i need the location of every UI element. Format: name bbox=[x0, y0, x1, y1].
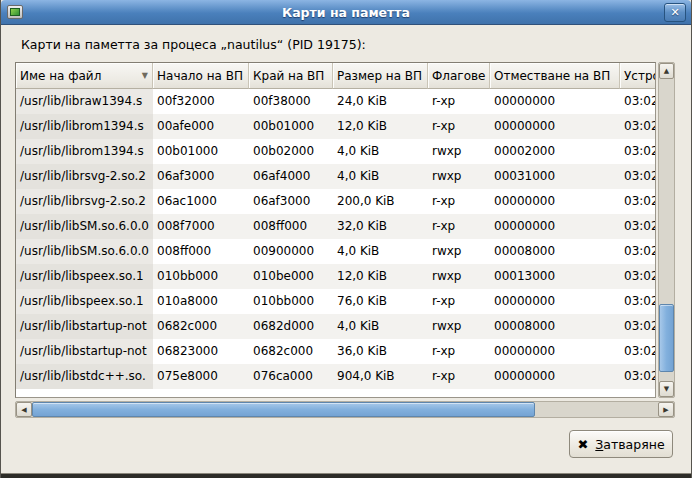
column-header-vm_start[interactable]: Начало на ВП bbox=[153, 63, 249, 89]
scroll-right-button[interactable]: ▶ bbox=[658, 402, 674, 417]
table-cell-device: 03:02 bbox=[620, 314, 655, 339]
table-cell-flags: r-xp bbox=[428, 89, 490, 114]
column-header-device[interactable]: Устройство bbox=[620, 63, 655, 89]
table-row[interactable]: /usr/lib/librom1394.s00b0100000b020004,0… bbox=[16, 139, 655, 164]
table-cell-filename: /usr/lib/libraw1394.s bbox=[16, 89, 153, 114]
table-header: Име на файл▼Начало на ВПКрай на ВПРазмер… bbox=[16, 63, 655, 89]
table-cell-flags: r-xp bbox=[428, 364, 490, 389]
table-cell-vm_end: 0682c000 bbox=[249, 339, 333, 364]
table-cell-vm_size: 904,0 KiB bbox=[333, 364, 428, 389]
table-cell-flags: r-xp bbox=[428, 189, 490, 214]
table-row[interactable]: /usr/lib/libSM.so.6.0.0008f7000008ff0003… bbox=[16, 214, 655, 239]
table-cell-vm_offset: 00000000 bbox=[490, 364, 620, 389]
table-row[interactable]: /usr/lib/libSM.so.6.0.0008ff000009000004… bbox=[16, 239, 655, 264]
table-cell-vm_size: 4,0 KiB bbox=[333, 139, 428, 164]
column-header-label: Отместване на ВП bbox=[494, 69, 610, 83]
table-cell-device: 03:02 bbox=[620, 264, 655, 289]
table-cell-vm_end: 06af4000 bbox=[249, 164, 333, 189]
scroll-down-button[interactable]: ▼ bbox=[659, 381, 674, 397]
table-cell-device: 03:02 bbox=[620, 339, 655, 364]
table-cell-filename: /usr/lib/libstartup-not bbox=[16, 314, 153, 339]
vertical-scrollbar-thumb[interactable] bbox=[659, 304, 674, 372]
table-cell-vm_end: 010bb000 bbox=[249, 289, 333, 314]
table-cell-vm_start: 00b01000 bbox=[153, 139, 249, 164]
table-cell-vm_offset: 00000000 bbox=[490, 214, 620, 239]
titlebar[interactable]: Карти на паметта ✕ bbox=[1, 0, 691, 25]
column-header-label: Край на ВП bbox=[253, 69, 324, 83]
table-row[interactable]: /usr/lib/libstartup-not0682c0000682d0004… bbox=[16, 314, 655, 339]
table-cell-vm_start: 008ff000 bbox=[153, 239, 249, 264]
vertical-scrollbar[interactable]: ▲ ▼ bbox=[658, 62, 675, 398]
scroll-up-button[interactable]: ▲ bbox=[659, 63, 674, 79]
column-header-label: Размер на ВП bbox=[337, 69, 422, 83]
table-row[interactable]: /usr/lib/libspeex.so.1010bb000010be00012… bbox=[16, 264, 655, 289]
memory-maps-dialog: Карти на паметта ✕ Карти на паметта за п… bbox=[0, 0, 692, 478]
table-cell-vm_offset: 00002000 bbox=[490, 139, 620, 164]
table-cell-device: 03:02 bbox=[620, 89, 655, 114]
column-header-label: Начало на ВП bbox=[157, 69, 243, 83]
table-cell-vm_end: 076ca000 bbox=[249, 364, 333, 389]
table-cell-device: 03:02 bbox=[620, 239, 655, 264]
table-cell-filename: /usr/lib/libspeex.so.1 bbox=[16, 264, 153, 289]
scroll-left-button[interactable]: ◀ bbox=[16, 402, 32, 417]
table-cell-vm_offset: 00031000 bbox=[490, 164, 620, 189]
table-cell-vm_size: 76,0 KiB bbox=[333, 289, 428, 314]
table-cell-vm_start: 010a8000 bbox=[153, 289, 249, 314]
sort-indicator-icon: ▼ bbox=[136, 71, 148, 80]
system-monitor-icon bbox=[7, 5, 23, 19]
table-cell-vm_start: 00f32000 bbox=[153, 89, 249, 114]
table-row[interactable]: /usr/lib/libraw1394.s00f3200000f3800024,… bbox=[16, 89, 655, 114]
table-row[interactable]: /usr/lib/libstdc++.so.075e8000076ca00090… bbox=[16, 364, 655, 389]
table-cell-flags: rwxp bbox=[428, 314, 490, 339]
table-cell-filename: /usr/lib/libSM.so.6.0.0 bbox=[16, 239, 153, 264]
titlebar-close-button[interactable]: ✕ bbox=[664, 3, 686, 22]
table-cell-vm_offset: 00000000 bbox=[490, 114, 620, 139]
close-button-label: Затваряне bbox=[595, 437, 664, 452]
table-row[interactable]: /usr/lib/librsvg-2.so.206af300006af40004… bbox=[16, 164, 655, 189]
column-header-label: Устройство bbox=[624, 69, 655, 83]
horizontal-scrollbar-thumb[interactable] bbox=[32, 402, 535, 417]
table-row[interactable]: /usr/lib/libstartup-not068230000682c0003… bbox=[16, 339, 655, 364]
table-cell-vm_size: 24,0 KiB bbox=[333, 89, 428, 114]
table-cell-vm_size: 200,0 KiB bbox=[333, 189, 428, 214]
column-header-vm_end[interactable]: Край на ВП bbox=[249, 63, 333, 89]
table-cell-vm_offset: 00000000 bbox=[490, 289, 620, 314]
column-header-filename[interactable]: Име на файл▼ bbox=[16, 63, 153, 89]
table-cell-vm_end: 00900000 bbox=[249, 239, 333, 264]
close-icon: ✕ bbox=[670, 6, 679, 19]
table-cell-device: 03:02 bbox=[620, 214, 655, 239]
table-row[interactable]: /usr/lib/librsvg-2.so.206ac100006af30002… bbox=[16, 189, 655, 214]
window-bottom-edge bbox=[1, 473, 691, 478]
table-cell-device: 03:02 bbox=[620, 289, 655, 314]
table-cell-vm_size: 36,0 KiB bbox=[333, 339, 428, 364]
table-cell-filename: /usr/lib/libstartup-not bbox=[16, 339, 153, 364]
table-cell-vm_size: 32,0 KiB bbox=[333, 214, 428, 239]
arrow-up-icon: ▲ bbox=[664, 67, 669, 75]
table-cell-vm_end: 00f38000 bbox=[249, 89, 333, 114]
column-header-vm_size[interactable]: Размер на ВП bbox=[333, 63, 428, 89]
table-cell-vm_offset: 00000000 bbox=[490, 339, 620, 364]
table-cell-filename: /usr/lib/librom1394.s bbox=[16, 114, 153, 139]
table-cell-flags: r-xp bbox=[428, 339, 490, 364]
table-cell-vm_size: 4,0 KiB bbox=[333, 314, 428, 339]
table-cell-vm_size: 4,0 KiB bbox=[333, 239, 428, 264]
table-cell-filename: /usr/lib/libspeex.so.1 bbox=[16, 289, 153, 314]
table-cell-flags: r-xp bbox=[428, 214, 490, 239]
horizontal-scrollbar[interactable]: ◀ ▶ bbox=[15, 401, 675, 418]
column-header-flags[interactable]: Флагове bbox=[428, 63, 490, 89]
table-cell-filename: /usr/lib/librsvg-2.so.2 bbox=[16, 189, 153, 214]
table-cell-device: 03:02 bbox=[620, 364, 655, 389]
table-body: /usr/lib/libraw1394.s00f3200000f3800024,… bbox=[16, 89, 655, 389]
table-cell-vm_end: 00b01000 bbox=[249, 114, 333, 139]
close-dialog-button[interactable]: ✖ Затваряне bbox=[569, 430, 673, 458]
table-cell-flags: rwxp bbox=[428, 139, 490, 164]
table-row[interactable]: /usr/lib/librom1394.s00afe00000b0100012,… bbox=[16, 114, 655, 139]
table-cell-vm_offset: 00008000 bbox=[490, 239, 620, 264]
table-cell-vm_start: 010bb000 bbox=[153, 264, 249, 289]
table-cell-vm_end: 008ff000 bbox=[249, 214, 333, 239]
table-cell-vm_start: 075e8000 bbox=[153, 364, 249, 389]
table-cell-device: 03:02 bbox=[620, 189, 655, 214]
table-row[interactable]: /usr/lib/libspeex.so.1010a8000010bb00076… bbox=[16, 289, 655, 314]
table-cell-filename: /usr/lib/librsvg-2.so.2 bbox=[16, 164, 153, 189]
column-header-vm_offset[interactable]: Отместване на ВП bbox=[490, 63, 620, 89]
